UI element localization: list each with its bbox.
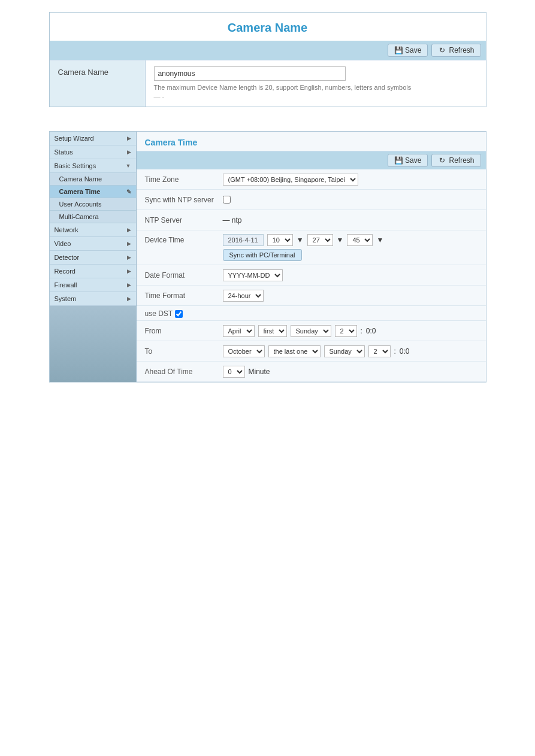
camera-time-title: Camera Time [137, 132, 486, 151]
date-format-value: YYYY-MM-DD [223, 269, 477, 281]
ntp-sync-checkbox[interactable] [223, 196, 231, 204]
timezone-value: (GMT +08:00) Beijing, Singapore, Taipei [223, 174, 477, 186]
chevron-right-icon: ▶ [127, 296, 131, 302]
chevron-right-icon: ▶ [127, 254, 131, 260]
chevron-down-icon: ▼ [126, 163, 131, 169]
camera-name-toolbar: 💾 Save ↻ Refresh [50, 41, 486, 60]
sidebar-item-basic-settings[interactable]: Basic Settings ▼ [50, 159, 136, 173]
ntp-sync-value [223, 196, 477, 204]
from-label: From [145, 327, 223, 335]
camera-name-input[interactable] [154, 66, 346, 81]
timezone-row: Time Zone (GMT +08:00) Beijing, Singapor… [137, 169, 486, 190]
sidebar-item-video[interactable]: Video ▶ [50, 237, 136, 251]
chevron-right-icon: ▶ [127, 135, 131, 141]
device-date-display: 2016-4-11 [223, 234, 264, 246]
to-weekpos-select[interactable]: the last one [268, 345, 321, 357]
main-toolbar: 💾 Save ↻ Refresh [137, 151, 486, 169]
timezone-select[interactable]: (GMT +08:00) Beijing, Singapore, Taipei [223, 174, 358, 186]
save-button[interactable]: 💾 Save [388, 44, 428, 57]
sidebar-item-firewall[interactable]: Firewall ▶ [50, 278, 136, 292]
refresh-button[interactable]: ↻ Refresh [431, 44, 480, 57]
sidebar-item-detector[interactable]: Detector ▶ [50, 251, 136, 265]
camera-name-note: — - [154, 93, 477, 101]
chevron-right-icon: ▶ [127, 227, 131, 233]
dst-section: use DST [137, 306, 486, 321]
date-format-select[interactable]: YYYY-MM-DD [223, 269, 283, 281]
sidebar-sub-multi-camera[interactable]: Multi-Camera [50, 211, 136, 223]
time-format-value: 24-hour [223, 290, 477, 302]
to-label: To [145, 347, 223, 356]
dst-from-row: From April first Sunday 2 : 0:0 [137, 321, 486, 341]
save-icon: 💾 [394, 46, 403, 54]
device-hour-select[interactable]: 10 [267, 234, 293, 246]
date-format-label: Date Format [145, 271, 223, 280]
chevron-right-icon: ▶ [127, 241, 131, 247]
camera-time-panel: Setup Wizard ▶ Status ▶ Basic Settings ▼… [49, 131, 486, 382]
to-hour-select[interactable]: 2 [368, 345, 391, 357]
camera-name-form-row: Camera Name The maximum Device Name leng… [50, 60, 486, 107]
date-format-row: Date Format YYYY-MM-DD [137, 265, 486, 286]
dst-to-row: To October the last one Sunday 2 : [137, 341, 486, 362]
camera-name-label: Camera Name [50, 60, 146, 107]
ntp-server-row: NTP Server — ntp [137, 210, 486, 230]
sidebar-item-record[interactable]: Record ▶ [50, 265, 136, 278]
time-save-button[interactable]: 💾 Save [388, 154, 428, 167]
ahead-value: 0 Minute [223, 366, 477, 378]
refresh-icon: ↻ [438, 46, 446, 54]
device-time-row: Device Time 2016-4-11 10 ▼ 27 ▼ 45 [137, 230, 486, 265]
save-icon: 💾 [394, 156, 403, 165]
chevron-right-icon: ▶ [127, 282, 131, 288]
time-format-label: Time Format [145, 292, 223, 300]
sidebar-sub-camera-time[interactable]: Camera Time ✎ [50, 186, 136, 198]
to-month-select[interactable]: October [223, 345, 265, 357]
from-hour-select[interactable]: 2 [335, 325, 357, 337]
device-time-value: 2016-4-11 10 ▼ 27 ▼ 45 ▼ [223, 234, 477, 246]
from-weekpos-select[interactable]: first [258, 325, 287, 337]
sync-pc-button[interactable]: Sync with PC/Terminal [223, 249, 302, 261]
ahead-label: Ahead Of Time [145, 368, 223, 376]
ntp-server-value: — ntp [223, 216, 477, 224]
from-month-select[interactable]: April [223, 325, 255, 337]
time-format-row: Time Format 24-hour [137, 286, 486, 306]
ahead-time-row: Ahead Of Time 0 Minute [137, 362, 486, 382]
camera-name-panel: Camera Name 💾 Save ↻ Refresh Camera Name… [49, 12, 486, 107]
chevron-right-icon: ▶ [127, 149, 131, 155]
ahead-select[interactable]: 0 [223, 366, 245, 378]
to-weekday-select[interactable]: Sunday [324, 345, 365, 357]
camera-name-title: Camera Name [50, 13, 486, 41]
sidebar-item-status[interactable]: Status ▶ [50, 145, 136, 159]
edit-icon: ✎ [126, 189, 131, 195]
device-sec-select[interactable]: 45 [347, 234, 373, 246]
ntp-sync-label: Sync with NTP server [145, 196, 223, 204]
from-value: April first Sunday 2 : 0:0 [223, 325, 477, 337]
device-min-select[interactable]: 27 [307, 234, 333, 246]
timezone-label: Time Zone [145, 175, 223, 184]
to-value: October the last one Sunday 2 : 0:0 [223, 345, 477, 357]
from-weekday-select[interactable]: Sunday [291, 325, 331, 337]
dst-label: use DST [145, 309, 477, 318]
sidebar-item-network[interactable]: Network ▶ [50, 223, 136, 237]
ntp-sync-row: Sync with NTP server [137, 190, 486, 210]
refresh-icon: ↻ [438, 156, 446, 165]
camera-name-hint: The maximum Device Name length is 20, su… [154, 84, 477, 91]
time-format-select[interactable]: 24-hour [223, 290, 264, 302]
main-content: Camera Time 💾 Save ↻ Refresh Time Zone (… [137, 132, 486, 382]
ntp-server-label: NTP Server [145, 216, 223, 224]
device-time-label: Device Time [145, 236, 223, 244]
chevron-right-icon: ▶ [127, 268, 131, 274]
sidebar-sub-user-accounts[interactable]: User Accounts [50, 198, 136, 211]
sidebar-sub-camera-name[interactable]: Camera Name [50, 173, 136, 186]
dst-checkbox[interactable] [175, 310, 183, 318]
sidebar-item-system[interactable]: System ▶ [50, 292, 136, 306]
sidebar: Setup Wizard ▶ Status ▶ Basic Settings ▼… [50, 132, 137, 382]
sidebar-item-setup-wizard[interactable]: Setup Wizard ▶ [50, 132, 136, 145]
time-refresh-button[interactable]: ↻ Refresh [431, 154, 480, 167]
camera-name-value-col: The maximum Device Name length is 20, su… [146, 60, 486, 107]
